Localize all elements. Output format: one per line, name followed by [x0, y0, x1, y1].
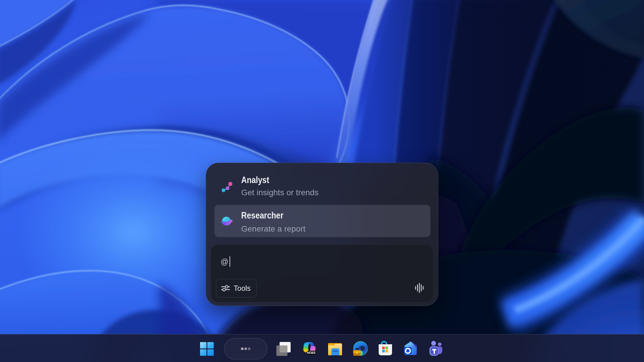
svg-text:M365: M365	[307, 351, 316, 354]
